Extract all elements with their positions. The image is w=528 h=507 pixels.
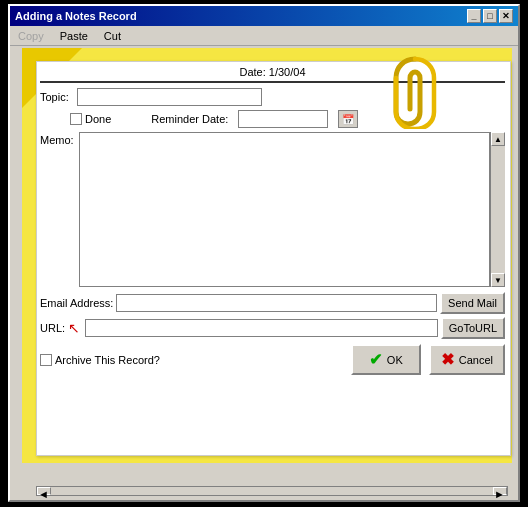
- topic-input[interactable]: [77, 88, 262, 106]
- cancel-label: Cancel: [459, 354, 493, 366]
- memo-scrollbar: ▲ ▼: [490, 132, 505, 287]
- memo-wrapper: ▲ ▼: [79, 132, 505, 287]
- topic-label: Topic:: [40, 91, 69, 103]
- scroll-left-button[interactable]: ◄: [37, 487, 51, 495]
- send-mail-button[interactable]: Send Mail: [440, 292, 505, 314]
- scroll-right-button[interactable]: ►: [493, 487, 507, 495]
- menu-cut[interactable]: Cut: [101, 29, 124, 43]
- menu-paste[interactable]: Paste: [57, 29, 91, 43]
- memo-input[interactable]: [79, 132, 490, 287]
- reminder-date-input[interactable]: [238, 110, 328, 128]
- ok-check-icon: ✔: [369, 350, 382, 369]
- memo-section: Memo: ▲ ▼: [40, 132, 505, 287]
- dialog-buttons: ✔ OK ✖ Cancel: [351, 344, 505, 375]
- date-value: 1/30/04: [269, 66, 306, 78]
- email-row: Email Address: Send Mail: [40, 292, 505, 314]
- window-title: Adding a Notes Record: [15, 10, 137, 22]
- title-bar-buttons: _ □ ✕: [467, 9, 513, 23]
- archive-label: Archive This Record?: [55, 354, 160, 366]
- calendar-icon: 📅: [342, 114, 354, 125]
- email-input[interactable]: [116, 294, 437, 312]
- ok-label: OK: [387, 354, 403, 366]
- calendar-button[interactable]: 📅: [338, 110, 358, 128]
- email-label: Email Address:: [40, 297, 113, 309]
- bottom-scrollbar: ◄ ►: [36, 486, 508, 496]
- cancel-button[interactable]: ✖ Cancel: [429, 344, 505, 375]
- archive-checkbox[interactable]: [40, 354, 52, 366]
- done-checkbox-label: Done: [70, 113, 111, 125]
- menu-bar: Copy Paste Cut: [10, 26, 518, 46]
- date-label: Date:: [239, 66, 265, 78]
- scroll-track: [491, 146, 505, 273]
- goto-url-button[interactable]: GoToURL: [441, 317, 505, 339]
- url-input[interactable]: [85, 319, 438, 337]
- memo-label: Memo:: [40, 132, 74, 287]
- bottom-actions: Archive This Record? ✔ OK ✖ Cancel: [40, 344, 505, 375]
- url-label: URL:: [40, 322, 65, 334]
- url-cursor-icon: ↖: [68, 321, 80, 335]
- close-button[interactable]: ✕: [499, 9, 513, 23]
- ok-button[interactable]: ✔ OK: [351, 344, 421, 375]
- paperclip-icon: [388, 54, 438, 124]
- url-row: URL: ↖ GoToURL: [40, 317, 505, 339]
- cancel-x-icon: ✖: [441, 350, 454, 369]
- scroll-down-button[interactable]: ▼: [491, 273, 505, 287]
- menu-copy[interactable]: Copy: [15, 29, 47, 43]
- minimize-button[interactable]: _: [467, 9, 481, 23]
- reminder-date-label: Reminder Date:: [151, 113, 228, 125]
- maximize-button[interactable]: □: [483, 9, 497, 23]
- main-window: Adding a Notes Record _ □ ✕ Copy Paste C…: [8, 4, 520, 502]
- done-checkbox[interactable]: [70, 113, 82, 125]
- scroll-up-button[interactable]: ▲: [491, 132, 505, 146]
- done-label: Done: [85, 113, 111, 125]
- archive-checkbox-label: Archive This Record?: [40, 354, 160, 366]
- title-bar: Adding a Notes Record _ □ ✕: [10, 6, 518, 26]
